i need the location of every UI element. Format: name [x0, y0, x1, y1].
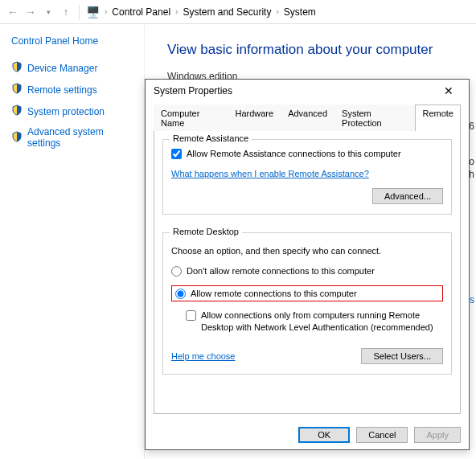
help-me-choose-link[interactable]: Help me choose	[171, 351, 236, 361]
computer-icon: 🖥️	[86, 6, 100, 18]
tab-panel-remote: Remote Assistance Allow Remote Assistanc…	[154, 131, 461, 414]
select-users-button[interactable]: Select Users...	[361, 348, 443, 364]
group-title: Remote Desktop	[170, 227, 242, 236]
sidebar-item-label: System protection	[27, 106, 105, 117]
chevron-right-icon: ›	[276, 7, 278, 16]
chevron-right-icon: ›	[105, 7, 107, 16]
dont-allow-remote-row[interactable]: Don't allow remote connections to this c…	[171, 265, 443, 277]
sidebar-item-label: Advanced system settings	[27, 126, 136, 149]
sidebar-item-system-protection[interactable]: System protection	[11, 105, 136, 118]
allow-remote-radio[interactable]	[175, 289, 186, 299]
dialog-title: System Properties	[154, 85, 232, 96]
remote-assistance-help-link[interactable]: What happens when I enable Remote Assist…	[171, 168, 369, 180]
remote-desktop-instructions: Choose an option, and then specify who c…	[171, 246, 443, 256]
dialog-titlebar: System Properties ✕	[146, 80, 469, 102]
sidebar: Control Panel Home Device Manager Remote…	[0, 24, 145, 459]
allow-remote-assistance-row[interactable]: Allow Remote Assistance connections to t…	[171, 148, 443, 160]
radio-label: Don't allow remote connections to this c…	[187, 265, 375, 277]
allow-remote-assistance-checkbox[interactable]	[171, 149, 182, 159]
chevron-right-icon: ›	[175, 7, 178, 16]
tab-system-protection[interactable]: System Protection	[334, 105, 415, 131]
back-icon[interactable]: ←	[6, 6, 19, 18]
remote-assistance-group: Remote Assistance Allow Remote Assistanc…	[162, 139, 452, 215]
page-title: View basic information about your comput…	[167, 42, 462, 58]
sidebar-item-remote-settings[interactable]: Remote settings	[11, 83, 136, 96]
forward-icon[interactable]: →	[24, 6, 37, 18]
remote-assistance-advanced-button[interactable]: Advanced...	[372, 188, 443, 204]
apply-button[interactable]: Apply	[414, 427, 461, 443]
history-dropdown-icon[interactable]: ▾	[42, 8, 55, 16]
dont-allow-remote-radio[interactable]	[171, 266, 182, 277]
nla-checkbox[interactable]	[186, 310, 196, 321]
divider	[79, 5, 80, 19]
up-icon[interactable]: ↑	[60, 6, 72, 18]
control-panel-home-link[interactable]: Control Panel Home	[11, 35, 136, 47]
nla-row[interactable]: Allow connections only from computers ru…	[186, 309, 443, 334]
radio-label: Allow remote connections to this compute…	[191, 288, 357, 300]
dialog-button-row: OK Cancel Apply	[146, 420, 469, 449]
breadcrumb-system-security[interactable]: System and Security	[183, 6, 271, 18]
shield-icon	[11, 83, 23, 96]
allow-remote-row[interactable]: Allow remote connections to this compute…	[175, 288, 439, 300]
address-bar: ← → ▾ ↑ 🖥️ › Control Panel › System and …	[0, 0, 476, 24]
tab-remote[interactable]: Remote	[415, 105, 461, 131]
sidebar-item-label: Device Manager	[27, 63, 97, 74]
remote-desktop-group: Remote Desktop Choose an option, and the…	[162, 232, 452, 375]
checkbox-label: Allow connections only from computers ru…	[201, 309, 443, 334]
tab-computer-name[interactable]: Computer Name	[154, 105, 228, 131]
close-icon[interactable]: ✕	[435, 84, 462, 97]
shield-icon	[11, 131, 23, 145]
partial-link[interactable]: s	[470, 294, 474, 305]
ok-button[interactable]: OK	[298, 427, 350, 443]
allow-remote-highlight: Allow remote connections to this compute…	[171, 285, 443, 302]
tab-advanced[interactable]: Advanced	[281, 105, 334, 131]
group-title: Remote Assistance	[170, 133, 252, 143]
tab-hardware[interactable]: Hardware	[228, 105, 281, 131]
shield-icon	[11, 61, 23, 75]
checkbox-label: Allow Remote Assistance connections to t…	[187, 148, 401, 160]
sidebar-item-label: Remote settings	[27, 84, 97, 96]
shield-icon	[11, 105, 23, 118]
cancel-button[interactable]: Cancel	[356, 427, 408, 443]
sidebar-item-device-manager[interactable]: Device Manager	[11, 61, 136, 75]
sidebar-item-advanced-system-settings[interactable]: Advanced system settings	[11, 126, 136, 149]
tab-strip: Computer Name Hardware Advanced System P…	[154, 104, 461, 131]
breadcrumb-system[interactable]: System	[284, 6, 316, 18]
system-properties-dialog: System Properties ✕ Computer Name Hardwa…	[145, 79, 470, 450]
breadcrumb-control-panel[interactable]: Control Panel	[112, 6, 170, 18]
